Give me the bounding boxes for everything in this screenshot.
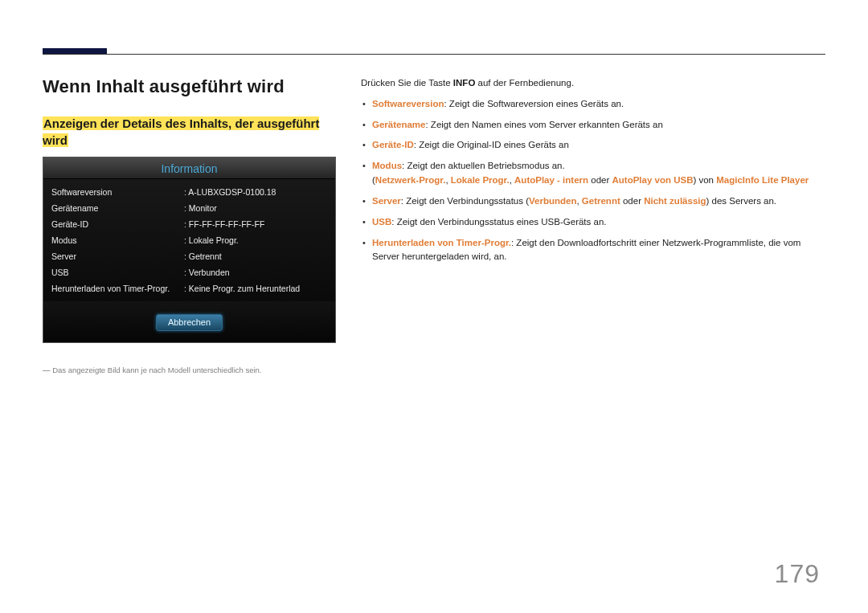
table-row: SoftwareversionA-LUBXGDSP-0100.18 — [51, 184, 327, 200]
list-item: USB: Zeigt den Verbindungsstatus eines U… — [361, 215, 825, 230]
table-row: ModusLokale Progr. — [51, 232, 327, 248]
row-key: Modus — [51, 235, 184, 245]
page-number: 179 — [775, 559, 820, 589]
text: : Zeigt den Verbindungsstatus ( — [401, 196, 529, 206]
modus-sub-line: (Netzwerk-Progr., Lokale Progr., AutoPla… — [372, 174, 825, 188]
footnote: Das angezeigte Bild kann je nach Modell … — [43, 366, 338, 374]
text: oder — [620, 196, 644, 206]
row-value: Keine Progr. zum Herunterlad — [184, 284, 300, 293]
row-value: Verbunden — [184, 268, 230, 277]
table-row: ServerGetrennt — [51, 248, 327, 264]
description-list: Softwareversion: Zeigt die Softwareversi… — [361, 97, 825, 264]
panel-footer: Abbrechen — [43, 301, 335, 342]
list-item: Softwareversion: Zeigt die Softwareversi… — [361, 97, 825, 112]
term: USB — [372, 217, 391, 227]
term: Getrennt — [582, 196, 620, 206]
text: oder — [588, 175, 612, 185]
term-desc: : Zeigt den aktuellen Betriebsmodus an. — [402, 161, 565, 170]
page-content: Wenn Inhalt ausgeführt wird Anzeigen der… — [43, 76, 825, 374]
top-divider — [43, 54, 825, 55]
term: AutoPlay von USB — [612, 175, 693, 185]
section-heading-text: Anzeigen der Details des Inhalts, der au… — [43, 116, 319, 147]
table-row: GerätenameMonitor — [51, 200, 327, 216]
intro-post: auf der Fernbedienung. — [475, 78, 574, 88]
row-key: Server — [51, 251, 184, 261]
row-key: Herunterladen von Timer-Progr. — [51, 284, 184, 293]
row-value: Lokale Progr. — [184, 235, 239, 245]
term: Verbunden — [529, 196, 576, 206]
term: MagicInfo Lite Player — [716, 175, 809, 185]
term: Lokale Progr. — [451, 175, 510, 185]
row-value: A-LUBXGDSP-0100.18 — [184, 187, 276, 197]
table-row: USBVerbunden — [51, 264, 327, 280]
panel-body: SoftwareversionA-LUBXGDSP-0100.18 Geräte… — [43, 179, 335, 301]
term: Herunterladen von Timer-Progr. — [372, 238, 511, 247]
intro-pre: Drücken Sie die Taste — [361, 78, 453, 88]
row-key: Geräte-ID — [51, 219, 184, 229]
list-item: Herunterladen von Timer-Progr.: Zeigt de… — [361, 236, 825, 265]
table-row: Geräte-IDFF-FF-FF-FF-FF-FF — [51, 216, 327, 232]
list-item: Gerätename: Zeigt den Namen eines vom Se… — [361, 118, 825, 133]
text: ) von — [693, 175, 716, 185]
table-row: Herunterladen von Timer-Progr.Keine Prog… — [51, 280, 327, 296]
page-title: Wenn Inhalt ausgeführt wird — [43, 76, 338, 97]
cancel-button[interactable]: Abbrechen — [156, 314, 223, 331]
term: Nicht zulässig — [644, 196, 706, 206]
row-key: Gerätename — [51, 203, 184, 213]
intro-text: Drücken Sie die Taste INFO auf der Fernb… — [361, 76, 825, 91]
left-column: Wenn Inhalt ausgeführt wird Anzeigen der… — [43, 76, 338, 374]
row-key: USB — [51, 268, 184, 277]
list-item: Modus: Zeigt den aktuellen Betriebsmodus… — [361, 159, 825, 188]
information-panel: Information SoftwareversionA-LUBXGDSP-01… — [43, 157, 336, 343]
term: AutoPlay - intern — [514, 175, 588, 185]
term-desc: : Zeigt die Softwareversion eines Geräts… — [444, 99, 624, 108]
row-value: FF-FF-FF-FF-FF-FF — [184, 219, 264, 229]
right-column: Drücken Sie die Taste INFO auf der Fernb… — [361, 76, 825, 374]
row-value: Monitor — [184, 203, 217, 213]
text: ) des Servers an. — [706, 196, 777, 206]
term: Server — [372, 196, 401, 206]
term: Modus — [372, 161, 402, 170]
list-item: Server: Zeigt den Verbindungsstatus (Ver… — [361, 194, 825, 209]
section-heading: Anzeigen der Details des Inhalts, der au… — [43, 115, 338, 149]
term: Geräte-ID — [372, 140, 414, 149]
term-desc: : Zeigt die Original-ID eines Geräts an — [414, 140, 569, 149]
term-desc: : Zeigt den Namen eines vom Server erkan… — [425, 120, 662, 129]
term: Gerätename — [372, 120, 425, 129]
panel-title: Information — [43, 157, 335, 179]
term: Netzwerk-Progr. — [375, 175, 446, 185]
term-desc: : Zeigt den Verbindungsstatus eines USB-… — [391, 217, 606, 227]
intro-bold: INFO — [453, 78, 475, 88]
list-item: Geräte-ID: Zeigt die Original-ID eines G… — [361, 138, 825, 153]
term: Softwareversion — [372, 99, 444, 108]
row-key: Softwareversion — [51, 187, 184, 197]
row-value: Getrennt — [184, 251, 222, 261]
